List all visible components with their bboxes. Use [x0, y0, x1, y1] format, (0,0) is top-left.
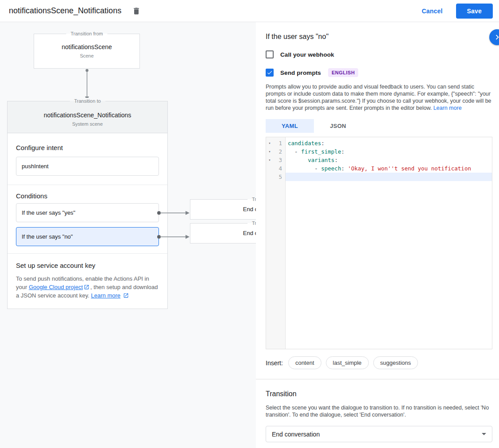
insert-row: Insert: content last_simple suggestions: [266, 356, 492, 369]
from-node-title: notificationsScene: [34, 43, 139, 50]
cancel-button[interactable]: Cancel: [422, 8, 442, 15]
condition-title: If the user says "no": [266, 33, 492, 41]
transition-arrow-right: [160, 210, 190, 216]
scene-card-header: notificationsScene_Notifications System …: [8, 101, 167, 133]
transition-select-value: End conversation: [272, 431, 320, 438]
transition-section: Transition Select the scene you want the…: [266, 379, 492, 442]
send-prompts-checkbox[interactable]: [266, 69, 274, 77]
insert-label: Insert:: [266, 359, 283, 367]
google-cloud-project-link[interactable]: Google Cloud project: [29, 284, 83, 290]
condition-item-yes[interactable]: If the user says "yes": [16, 203, 159, 222]
condition-item-label: If the user says "yes": [22, 209, 75, 216]
transition-from-label: Transition from: [66, 31, 108, 37]
editor-code[interactable]: candidates: - first_simple: variants: - …: [286, 137, 492, 349]
checkmark-icon: [267, 70, 273, 76]
learn-more-link-card-label: Learn more: [91, 292, 120, 299]
learn-more-link-card[interactable]: Learn more: [91, 292, 120, 299]
learn-more-link[interactable]: Learn more: [433, 105, 462, 111]
save-button[interactable]: Save: [456, 4, 493, 19]
service-account-text: To send push notifications, enable the A…: [16, 274, 159, 300]
yaml-editor[interactable]: ▾1▾2▾345 candidates: - first_simple: var…: [266, 137, 492, 349]
send-prompts-label: Send prompts: [280, 70, 321, 76]
caret-down-icon: [482, 433, 486, 435]
external-link-icon: [84, 284, 89, 290]
line-number: 4: [273, 165, 285, 172]
language-badge: ENGLISH: [328, 68, 358, 77]
transition-to-label: Transition to: [248, 220, 256, 226]
end-node-no[interactable]: Transition to End conversation: [190, 223, 256, 243]
delete-scene-button[interactable]: [130, 5, 143, 17]
line-number: 2: [273, 148, 285, 155]
fold-toggle-icon[interactable]: ▾: [266, 158, 273, 162]
condition-item-label: If the user says "no": [22, 233, 73, 240]
google-cloud-project-link-label: Google Cloud project: [29, 284, 83, 290]
editor-tabs: YAML JSON: [266, 119, 492, 133]
fold-toggle-icon[interactable]: ▾: [266, 141, 273, 145]
line-number: 1: [273, 140, 285, 147]
transition-heading: Transition: [266, 390, 492, 398]
end-node-title: End conversation: [190, 230, 256, 236]
conditions-heading: Conditions: [16, 192, 159, 200]
service-account-section: Set up service account key To send push …: [8, 254, 167, 309]
fold-toggle-icon[interactable]: ▾: [266, 150, 273, 154]
transition-description: Select the scene you want the dialogue t…: [266, 404, 492, 418]
prompts-description: Prompts allow you to provide audio and v…: [266, 83, 492, 112]
line-number: 3: [273, 157, 285, 163]
insert-last-simple-chip[interactable]: last_simple: [326, 356, 369, 369]
webhook-label: Call your webhook: [280, 51, 334, 58]
end-node-title: End conversation: [190, 206, 256, 212]
scene-graph-canvas: Transition from notificationsScene Scene…: [0, 22, 256, 448]
scene-card: Transition to notificationsScene_Notific…: [7, 101, 168, 309]
tab-json[interactable]: JSON: [314, 119, 362, 133]
condition-item-no[interactable]: If the user says "no": [16, 227, 159, 246]
service-account-heading: Set up service account key: [16, 262, 159, 269]
code-line[interactable]: candidates:: [286, 139, 492, 147]
transition-arrow-down: [84, 69, 90, 101]
line-number: 5: [273, 174, 285, 180]
code-line[interactable]: - speech: 'Okay, I won''t send you notif…: [286, 164, 492, 173]
insert-suggestions-chip[interactable]: suggestions: [373, 356, 418, 369]
scene-node-from[interactable]: Transition from notificationsScene Scene: [34, 34, 140, 69]
editor-gutter: ▾1▾2▾345: [266, 137, 286, 349]
transition-select[interactable]: End conversation: [266, 426, 492, 442]
trash-icon: [132, 7, 141, 15]
collapse-panel-button[interactable]: [489, 29, 499, 45]
top-bar: notificationsScene_Notifications Cancel …: [0, 0, 499, 22]
page-title: notificationsScene_Notifications: [9, 6, 121, 15]
webhook-checkbox[interactable]: [266, 50, 274, 58]
end-node-yes[interactable]: Transition to End conversation: [190, 199, 256, 220]
external-link-icon: [123, 293, 129, 298]
code-line[interactable]: - first_simple:: [286, 147, 492, 156]
scene-card-subtitle: System scene: [12, 121, 163, 127]
scene-card-title: notificationsScene_Notifications: [12, 112, 163, 119]
code-line[interactable]: variants:: [286, 156, 492, 164]
intent-item-pushintent[interactable]: pushIntent: [16, 157, 159, 176]
configure-intent-section: Configure intent pushIntent: [8, 133, 167, 185]
conditions-section: Conditions If the user says "yes" If the…: [8, 185, 167, 254]
code-line[interactable]: [286, 173, 492, 181]
send-prompts-row[interactable]: Send prompts ENGLISH: [266, 68, 492, 77]
detail-panel: If the user says "no" Call your webhook …: [256, 22, 499, 448]
insert-content-chip[interactable]: content: [288, 356, 321, 369]
from-node-subtitle: Scene: [34, 53, 139, 58]
chevron-right-icon: [492, 32, 499, 42]
tab-yaml[interactable]: YAML: [266, 119, 314, 133]
transition-to-label: Transition to: [70, 98, 105, 104]
configure-intent-heading: Configure intent: [16, 144, 159, 151]
transition-to-label: Transition to: [248, 196, 256, 202]
transition-arrow-right: [160, 234, 190, 239]
call-webhook-row[interactable]: Call your webhook: [266, 50, 492, 58]
intent-item-label: pushIntent: [22, 163, 49, 170]
